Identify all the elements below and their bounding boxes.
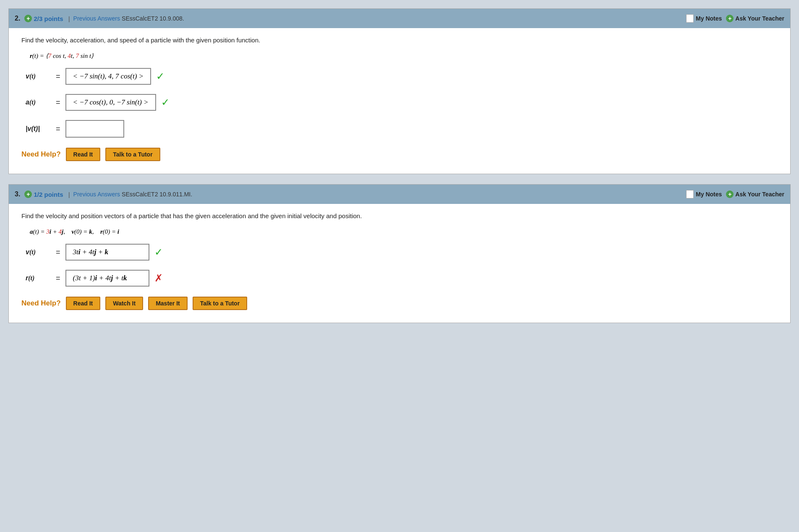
problem-2-description: Find the velocity, acceleration, and spe… bbox=[21, 37, 778, 44]
problem-3-rt-xmark: ✗ bbox=[154, 272, 163, 284]
problem-2-header: 2. + 2/3 points | Previous Answers SEssC… bbox=[9, 9, 790, 28]
problem-2-at-row: a(t) = < −7 cos(t), 0, −7 sin(t) > ✓ bbox=[26, 94, 778, 111]
problem-3-ask-teacher-btn[interactable]: + Ask Your Teacher bbox=[726, 190, 784, 198]
problem-2-speed-label: |v(t)| bbox=[26, 125, 51, 133]
problem-2-at-label: a(t) bbox=[26, 99, 51, 106]
problem-3-my-notes-label: My Notes bbox=[696, 191, 722, 198]
problem-3-header-right: My Notes + Ask Your Teacher bbox=[686, 190, 784, 198]
ask-teacher-plus-icon-3: + bbox=[726, 190, 734, 198]
problem-2-vt-equals: = bbox=[56, 72, 60, 81]
problem-2-header-right: My Notes + Ask Your Teacher bbox=[686, 14, 784, 23]
notes-icon-3 bbox=[686, 190, 694, 198]
problem-3-plus-icon: + bbox=[24, 190, 32, 198]
ask-teacher-plus-icon: + bbox=[726, 15, 734, 22]
problem-3-need-help-label: Need Help? bbox=[21, 299, 61, 308]
problem-2-read-it-btn[interactable]: Read It bbox=[66, 148, 101, 161]
problem-3-prev-answers[interactable]: Previous Answers bbox=[73, 191, 120, 198]
problem-3-read-it-btn[interactable]: Read It bbox=[66, 297, 101, 310]
problem-3-rt-equals: = bbox=[56, 274, 60, 283]
problem-2-need-help: Need Help? Read It Talk to a Tutor bbox=[21, 148, 778, 161]
problem-3-watch-it-btn[interactable]: Watch It bbox=[105, 297, 143, 310]
problem-2-id: SEssCalcET2 10.9.008. bbox=[122, 15, 184, 22]
problem-3-vt-label: v(t) bbox=[26, 248, 51, 256]
problem-2-speed-input[interactable] bbox=[65, 120, 124, 138]
problem-2-need-help-label: Need Help? bbox=[21, 150, 61, 159]
problem-2-at-checkmark: ✓ bbox=[161, 96, 170, 108]
problem-3-body: Find the velocity and position vectors o… bbox=[9, 204, 790, 323]
problem-2-body: Find the velocity, acceleration, and spe… bbox=[9, 28, 790, 174]
problem-3-vt-checkmark: ✓ bbox=[154, 246, 163, 258]
problem-2-ask-teacher-btn[interactable]: + Ask Your Teacher bbox=[726, 15, 784, 22]
problem-3-need-help: Need Help? Read It Watch It Master It Ta… bbox=[21, 297, 778, 310]
problem-3-master-it-btn[interactable]: Master It bbox=[148, 297, 188, 310]
problem-3-rt-label: r(t) bbox=[26, 274, 51, 282]
problem-2-speed-equals: = bbox=[56, 125, 60, 133]
problem-3-vt-equals: = bbox=[56, 248, 60, 257]
problem-2-points: 2/3 points bbox=[34, 15, 63, 22]
problem-3-header: 3. + 1/2 points | Previous Answers SEssC… bbox=[9, 185, 790, 204]
problem-3-description: Find the velocity and position vectors o… bbox=[21, 212, 778, 219]
problem-3-condition: a(t) = 3i + 4j, v(0) = k, r(0) = i bbox=[30, 228, 778, 235]
problem-2-at-input[interactable]: < −7 cos(t), 0, −7 sin(t) > bbox=[65, 94, 156, 111]
problem-2-ask-teacher-label: Ask Your Teacher bbox=[735, 15, 784, 22]
problem-3-card: 3. + 1/2 points | Previous Answers SEssC… bbox=[8, 184, 791, 323]
problem-2-number: 2. bbox=[15, 15, 20, 22]
problem-2-vt-checkmark: ✓ bbox=[156, 70, 164, 82]
problem-3-talk-tutor-btn[interactable]: Talk to a Tutor bbox=[193, 297, 247, 310]
problem-3-rt-input[interactable]: (3t + 1)i + 4tj + tk bbox=[65, 270, 149, 287]
problem-2-prev-answers[interactable]: Previous Answers bbox=[73, 15, 120, 22]
problem-3-my-notes-btn[interactable]: My Notes bbox=[686, 190, 722, 198]
problem-3-points: 1/2 points bbox=[34, 191, 63, 198]
problem-3-rt-row: r(t) = (3t + 1)i + 4tj + tk ✗ bbox=[26, 270, 778, 287]
problem-2-separator: | bbox=[67, 15, 70, 22]
problem-2-speed-row: |v(t)| = bbox=[26, 120, 778, 138]
problem-3-ask-teacher-label: Ask Your Teacher bbox=[735, 191, 784, 198]
problem-2-vt-row: v(t) = < −7 sin(t), 4, 7 cos(t) > ✓ bbox=[26, 68, 778, 85]
problem-2-my-notes-label: My Notes bbox=[696, 15, 722, 22]
problem-2-vt-label: v(t) bbox=[26, 73, 51, 80]
problem-3-vt-input[interactable]: 3ti + 4tj + k bbox=[65, 244, 149, 261]
problem-2-position-func: r(t) = ⟨7 cos t, 4t, 7 sin t⟩ bbox=[30, 52, 778, 60]
problem-3-vt-row: v(t) = 3ti + 4tj + k ✓ bbox=[26, 244, 778, 261]
problem-2-my-notes-btn[interactable]: My Notes bbox=[686, 14, 722, 23]
problem-3-separator: | bbox=[67, 191, 70, 198]
problem-2-at-equals: = bbox=[56, 98, 60, 107]
problem-3-number: 3. bbox=[15, 190, 20, 198]
problem-2-talk-tutor-btn[interactable]: Talk to a Tutor bbox=[105, 148, 160, 161]
problem-2-plus-icon: + bbox=[24, 15, 32, 22]
problem-2-card: 2. + 2/3 points | Previous Answers SEssC… bbox=[8, 8, 791, 174]
notes-icon bbox=[686, 14, 694, 23]
problem-3-id: SEssCalcET2 10.9.011.MI. bbox=[122, 191, 192, 198]
problem-2-vt-input[interactable]: < −7 sin(t), 4, 7 cos(t) > bbox=[65, 68, 151, 85]
